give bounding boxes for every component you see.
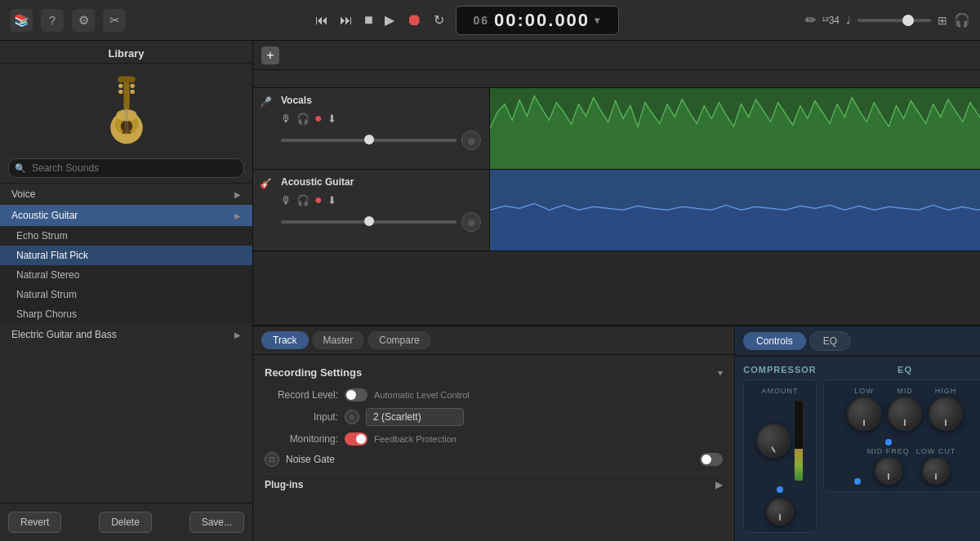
guitar-instrument-icon: 🎸 bbox=[260, 178, 274, 189]
revert-button[interactable]: Revert bbox=[8, 512, 61, 533]
vocals-fader[interactable] bbox=[281, 139, 457, 142]
eq-mid-freq-label: MID FREQ bbox=[867, 447, 910, 455]
record-button[interactable]: ⏺ bbox=[403, 7, 425, 33]
guitar-svg bbox=[94, 73, 159, 146]
auto-level-label: Automatic Level Control bbox=[374, 390, 470, 400]
eq-dot-blue-2 bbox=[885, 439, 892, 446]
subitem-sharp-chorus[interactable]: Sharp Chorus bbox=[0, 304, 252, 324]
acoustic-guitar-subitems: Echo Strum Natural Flat Pick Natural Ste… bbox=[0, 226, 252, 324]
input-circle-btn[interactable]: ○ bbox=[345, 410, 359, 424]
electric-guitar-arrow-icon: ▶ bbox=[234, 330, 241, 339]
eq-low-knob[interactable] bbox=[847, 397, 881, 431]
svg-point-6 bbox=[130, 90, 134, 94]
eq-dot-blue-1 bbox=[854, 478, 861, 485]
right-panel: + ⇄ 0:10 0:15 0:20 0:25 0:30 🎤 bbox=[253, 41, 980, 541]
toolbar-right: ✏ ¹²34 ♩ ⊞ 🎧 bbox=[805, 12, 970, 28]
eq-mid-freq-knob[interactable] bbox=[875, 457, 902, 485]
noise-gate-label: Noise Gate bbox=[286, 454, 335, 465]
tab-controls[interactable]: Controls bbox=[743, 332, 806, 350]
rewind-button[interactable]: ⏮ bbox=[312, 10, 332, 31]
record-level-toggle[interactable] bbox=[345, 388, 368, 401]
headphone-icon[interactable]: 🎧 bbox=[954, 12, 970, 28]
metronome-icon[interactable]: ♩ bbox=[846, 15, 851, 26]
play-button[interactable]: ▶ bbox=[381, 9, 398, 31]
tab-eq-effects[interactable]: EQ bbox=[809, 331, 851, 351]
plugins-row[interactable]: Plug-ins ▶ bbox=[265, 473, 723, 495]
headphone-track-icon[interactable]: 🎧 bbox=[296, 113, 310, 125]
vocals-track-icons: 🎙 🎧 ● ⬇ bbox=[281, 111, 481, 126]
input-label: Input: bbox=[265, 411, 338, 423]
eq-box: LOW MID bbox=[823, 379, 980, 492]
search-wrapper: 🔍 bbox=[8, 158, 244, 178]
sidebar-item-voice[interactable]: Voice ▶ bbox=[0, 184, 252, 205]
guitar-track-icons: 🎙 🎧 ● ⬇ bbox=[281, 193, 481, 207]
tab-compare[interactable]: Compare bbox=[368, 331, 430, 349]
subitem-natural-strum[interactable]: Natural Strum bbox=[0, 285, 252, 304]
time-value: 00:00.000 bbox=[494, 10, 590, 31]
guitar-image bbox=[0, 64, 252, 153]
save-button[interactable]: Save... bbox=[189, 512, 244, 533]
bars-counter: 06 bbox=[473, 14, 489, 27]
monitoring-toggle[interactable] bbox=[345, 432, 368, 446]
tab-master[interactable]: Master bbox=[312, 331, 365, 349]
table-row: 🎤 Vocals 🎙 🎧 ● ⬇ ◎ bbox=[253, 88, 980, 170]
empty-track-area bbox=[253, 251, 980, 325]
eq-mid-knob[interactable] bbox=[888, 397, 922, 431]
stop-button[interactable]: ■ bbox=[361, 8, 376, 32]
bpm-display: ¹²34 bbox=[822, 15, 840, 26]
vocals-waveform[interactable]: // Generated inline — actual bars drawn … bbox=[490, 88, 980, 169]
guitar-mic-icon[interactable]: 🎙 bbox=[281, 194, 292, 206]
vocals-meter-btn[interactable]: ◎ bbox=[461, 131, 481, 150]
compressor-title: COMPRESSOR bbox=[743, 365, 817, 375]
eq-low-cut-group: LOW CUT bbox=[916, 447, 956, 485]
inspector-panel: Track Master Compare Recording Settings … bbox=[253, 326, 735, 541]
download-icon[interactable]: ⬇ bbox=[327, 113, 336, 125]
fastforward-button[interactable]: ⏭ bbox=[336, 10, 356, 31]
subitem-echo-strum[interactable]: Echo Strum bbox=[0, 226, 252, 246]
acoustic-guitar-arrow-icon: ▶ bbox=[234, 211, 241, 220]
guitar-headphone-icon[interactable]: 🎧 bbox=[296, 194, 310, 206]
add-track-button[interactable]: + bbox=[261, 47, 279, 64]
eq-high-indicator bbox=[945, 419, 947, 426]
guitar-meter-btn[interactable]: ◎ bbox=[461, 212, 481, 232]
record-level-row: Record Level: Automatic Level Control bbox=[265, 388, 723, 401]
input-select[interactable]: 2 (Scarlett) 1 (Scarlett) Built-in Input bbox=[366, 408, 464, 426]
subitem-natural-stereo[interactable]: Natural Stereo bbox=[0, 265, 252, 285]
compressor-amount-knob[interactable] bbox=[756, 423, 791, 458]
guitar-track-controls: 🎸 Acoustic Guitar 🎙 🎧 ● ⬇ ◎ bbox=[253, 170, 490, 251]
delete-button[interactable]: Delete bbox=[99, 512, 152, 533]
pencil-icon[interactable]: ✏ bbox=[805, 12, 816, 28]
guitar-download-icon[interactable]: ⬇ bbox=[327, 194, 336, 206]
record-arm-icon[interactable]: ● bbox=[314, 111, 323, 126]
guitar-fader[interactable] bbox=[281, 220, 457, 224]
main-area: Library bbox=[0, 41, 980, 541]
subitem-natural-flat-pick[interactable]: Natural Flat Pick bbox=[0, 246, 252, 265]
noise-gate-toggle[interactable] bbox=[700, 453, 723, 466]
search-input[interactable] bbox=[8, 158, 244, 178]
compressor-small-knob[interactable] bbox=[766, 498, 794, 525]
recording-settings-label: Recording Settings bbox=[265, 366, 362, 379]
compressor-dot-blue bbox=[777, 486, 783, 493]
sidebar-item-electric-guitar[interactable]: Electric Guitar and Bass ▶ bbox=[0, 324, 252, 345]
eq-high-knob[interactable] bbox=[929, 397, 963, 431]
scissors-icon-btn[interactable]: ✂ bbox=[103, 9, 126, 32]
mic-icon[interactable]: 🎙 bbox=[281, 113, 292, 125]
library-icon-btn[interactable]: 📚 bbox=[10, 9, 33, 32]
eq-low-cut-knob[interactable] bbox=[922, 457, 950, 485]
tab-track[interactable]: Track bbox=[261, 331, 309, 349]
section-chevron-icon: ▾ bbox=[718, 367, 723, 379]
guitar-waveform[interactable] bbox=[490, 170, 980, 251]
sidebar-item-acoustic-guitar[interactable]: Acoustic Guitar ▶ bbox=[0, 205, 252, 226]
recording-settings-section[interactable]: Recording Settings ▾ bbox=[265, 363, 723, 382]
help-icon-btn[interactable]: ? bbox=[41, 9, 64, 32]
master-volume-slider[interactable] bbox=[858, 19, 931, 22]
loop-button[interactable]: ↻ bbox=[430, 9, 448, 31]
window-icon[interactable]: ⊞ bbox=[938, 14, 947, 27]
guitar-fader-thumb bbox=[364, 216, 374, 226]
svg-point-3 bbox=[118, 90, 122, 94]
effects-tabs: Controls EQ ✏ bbox=[735, 326, 980, 357]
noise-gate-checkbox[interactable]: □ bbox=[265, 452, 279, 467]
guitar-record-arm-icon[interactable]: ● bbox=[314, 193, 323, 207]
settings-icon-btn[interactable]: ⚙ bbox=[72, 9, 95, 32]
vocals-fader-thumb bbox=[364, 135, 374, 144]
